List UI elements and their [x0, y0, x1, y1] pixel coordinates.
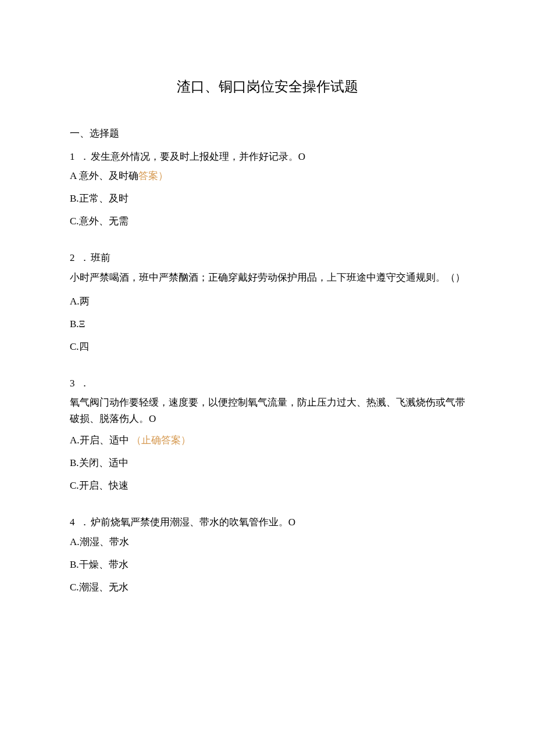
document-page: 渣口、铜口岗位安全操作试题 一、选择题 1 ．发生意外情况，要及时上报处理，并作…: [0, 0, 535, 662]
section-label: 一、选择题: [70, 126, 465, 141]
question-number: 3 ．: [70, 378, 91, 389]
option-a: A.两: [70, 293, 465, 309]
question-stem: 1 ．发生意外情况，要及时上报处理，并作好记录。O: [70, 149, 465, 164]
question-text: 发生意外情况，要及时上报处理，并作好记录。O: [91, 151, 305, 162]
question-1: 1 ．发生意外情况，要及时上报处理，并作好记录。O A 意外、及时确答案） B.…: [70, 149, 465, 230]
question-number-line: 3 ．: [70, 375, 465, 391]
option-text: A.开启、适中: [70, 435, 131, 446]
option-c: C.开启、快速: [70, 478, 465, 493]
page-title: 渣口、铜口岗位安全操作试题: [70, 76, 465, 98]
question-number: 4 ．: [70, 517, 91, 528]
answer-marker: （止确答案）: [131, 435, 191, 446]
answer-marker: 答案）: [138, 170, 168, 181]
question-3: 3 ． 氧气阀门动作要轻缓，速度要，以便控制氧气流量，防止压力过大、热溅、飞溅烧…: [70, 375, 465, 493]
option-a: A.潮湿、带水: [70, 534, 465, 550]
option-c: C.潮湿、无水: [70, 579, 465, 595]
option-a: A.开启、适中 （止确答案）: [70, 432, 465, 448]
question-text: 氧气阀门动作要轻缓，速度要，以便控制氧气流量，防止压力过大、热溅、飞溅烧伤或气带…: [70, 395, 465, 426]
option-c: C.意外、无需: [70, 213, 465, 229]
option-a: A 意外、及时确答案）: [70, 168, 465, 184]
option-text: A 意外、及时确: [70, 170, 138, 181]
question-4: 4 ．炉前烧氧严禁使用潮湿、带水的吹氧管作业。O A.潮湿、带水 B.干燥、带水…: [70, 514, 465, 595]
option-b: B.干燥、带水: [70, 557, 465, 572]
question-text: 班前: [91, 252, 110, 263]
option-c: C.四: [70, 339, 465, 354]
question-stem: 4 ．炉前烧氧严禁使用潮湿、带水的吹氧管作业。O: [70, 514, 465, 530]
option-b: B.关闭、适中: [70, 455, 465, 471]
question-number: 1 ．: [70, 151, 91, 162]
question-2: 2 ．班前 小时严禁喝酒，班中严禁酗酒；正确穿戴好劳动保护用品，上下班途中遵守交…: [70, 250, 465, 354]
option-b: B.Ξ: [70, 316, 465, 332]
question-text: 炉前烧氧严禁使用潮湿、带水的吹氧管作业。O: [91, 517, 295, 528]
question-number: 2 ．: [70, 252, 91, 263]
question-line-2: 小时严禁喝酒，班中严禁酗酒；正确穿戴好劳动保护用品，上下班途中遵守交通规则。（）: [70, 270, 465, 285]
question-line-1: 2 ．班前: [70, 250, 465, 266]
option-b: B.正常、及时: [70, 191, 465, 206]
